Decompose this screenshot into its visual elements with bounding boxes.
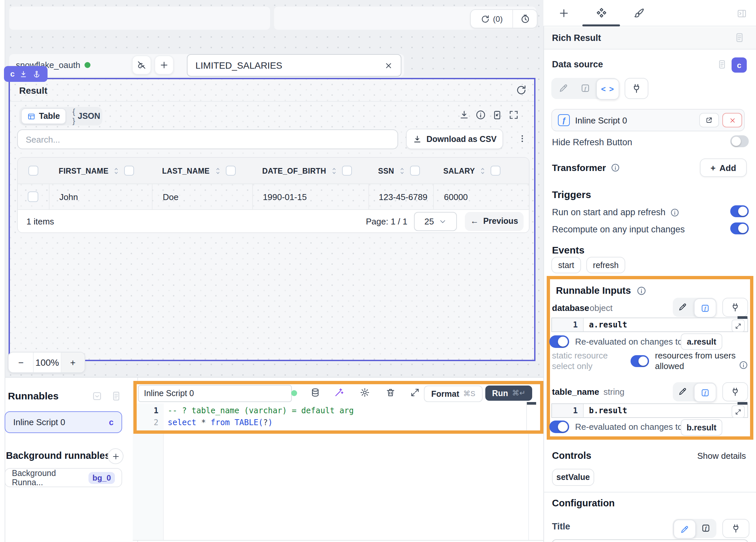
run-on-start-toggle[interactable] [730,205,749,217]
connect-input-button[interactable] [722,298,748,317]
expand-editor-icon[interactable] [410,388,420,397]
database-reeval-toggle[interactable] [549,335,569,348]
info-icon[interactable] [475,110,486,120]
download-icon[interactable] [459,110,469,120]
history-button[interactable] [513,10,537,28]
static-mode-icon[interactable] [678,387,687,396]
copy-result-icon[interactable] [492,110,502,120]
eval-mode-button-active[interactable]: f [694,298,716,318]
recompute-toggle[interactable] [730,222,749,234]
static-mode-button-active[interactable] [673,520,696,539]
title-input-partial[interactable] [552,539,748,542]
column-toggle[interactable] [124,166,134,176]
add-transformer-button[interactable]: + Add [700,158,747,177]
result-refresh-icon[interactable] [516,85,527,96]
format-button[interactable]: Format ⌘S [424,386,483,402]
page-size-select[interactable]: 25 [414,212,457,231]
styling-tab-icon[interactable] [633,7,645,19]
column-header-first-name[interactable]: FIRST_NAME [59,167,109,175]
table-search-input[interactable]: Search... [17,129,398,149]
cell-date-of-birth[interactable]: 1990-01-15 [252,184,368,209]
static-mode-icon[interactable] [559,83,568,93]
settings-tab-icon[interactable] [596,7,607,19]
refresh-count-button[interactable]: (0) [471,10,513,28]
database-icon[interactable] [310,388,320,397]
column-header-salary[interactable]: SALARY [443,167,475,175]
clear-input-icon[interactable] [384,61,393,70]
database-expression-editor[interactable]: 1 a.result [551,318,748,332]
settings-gear-icon[interactable] [360,388,370,397]
remove-script-button[interactable] [722,113,742,127]
open-script-button[interactable] [699,113,719,127]
table-name-expression-editor[interactable]: 1 b.result [551,403,748,418]
insert-component-tab-icon[interactable] [558,7,570,19]
selected-component-toolbar[interactable]: c [4,66,48,82]
cell-ssn[interactable]: 123-45-6789 [368,184,433,209]
tab-json[interactable]: { } JSON [68,107,104,125]
download-csv-button[interactable]: Download as CSV [406,129,503,149]
sort-icon[interactable] [214,167,222,175]
connect-input-button[interactable] [722,382,748,401]
table-name-reeval-toggle[interactable] [549,421,569,433]
sort-icon[interactable] [479,167,487,175]
fullscreen-icon[interactable] [508,110,519,120]
cell-first-name[interactable]: John [49,184,152,209]
table-row[interactable]: John Doe 1990-01-15 123-45-6789 60000 [18,184,529,210]
code-line-1[interactable]: -- ? table_name (varchar) = default arg [168,406,354,415]
event-chip-start[interactable]: start [551,257,581,273]
table-name-input[interactable]: LIMITED_SALARIES [187,54,401,77]
script-name-input[interactable]: Inline Script 0 [138,385,292,402]
zoom-in-button[interactable]: + [60,353,85,372]
info-icon[interactable] [610,163,620,172]
rich-result-component[interactable]: Result Table { } JSON Search... [9,78,535,361]
cell-salary[interactable]: 60000 [433,184,529,209]
add-background-runnable-button[interactable] [108,448,123,464]
resources-from-users-toggle[interactable] [631,355,649,367]
table-menu-icon[interactable] [518,131,527,146]
column-header-last-name[interactable]: LAST_NAME [162,167,210,175]
sort-icon[interactable] [113,167,120,175]
cell-last-name[interactable]: Doe [152,184,252,209]
zoom-out-button[interactable]: − [9,353,34,372]
app-canvas[interactable]: (0) snowflake_oauth LIMITED_SALARIES c [5,0,543,377]
table-name-reeval-target-chip[interactable]: b.result [681,419,722,436]
expand-down-icon[interactable] [19,70,28,78]
column-toggle[interactable] [225,166,235,176]
anchor-icon[interactable] [33,70,41,78]
sort-icon[interactable] [398,167,406,175]
runnable-item-inline-script-0[interactable]: Inline Script 0 c [5,411,122,433]
expand-expression-button[interactable] [732,405,745,418]
column-toggle[interactable] [491,166,501,176]
add-component-button[interactable] [155,55,174,75]
editor-scrollbar-thumb[interactable] [527,402,536,405]
previous-page-button[interactable]: ← Previous [465,212,524,231]
background-runnable-item[interactable]: Background Runna... bg_0 [5,468,122,487]
column-toggle[interactable] [342,166,352,176]
sort-icon[interactable] [330,167,338,175]
delete-script-icon[interactable] [386,388,395,397]
static-mode-icon[interactable] [678,302,687,312]
ai-wand-icon[interactable] [334,388,344,397]
canvas-placeholder-component-1[interactable] [9,7,270,30]
select-all-checkbox[interactable] [28,166,38,176]
tab-table[interactable]: Table [21,108,66,124]
expand-expression-button[interactable] [732,320,745,332]
connect-input-button[interactable] [722,519,749,538]
code-mode-button-active[interactable]: < > [596,79,619,100]
eval-mode-icon[interactable]: f [701,524,710,533]
column-toggle[interactable] [410,166,420,176]
connect-input-button[interactable] [625,78,648,99]
runnables-list-icon[interactable] [111,391,121,401]
column-header-ssn[interactable]: SSN [378,167,394,175]
show-details-link[interactable]: Show details [697,451,746,461]
database-reeval-target-chip[interactable]: a.result [681,333,722,350]
eval-mode-icon[interactable]: f [580,83,590,93]
event-chip-refresh[interactable]: refresh [586,257,625,273]
hide-refresh-toggle[interactable] [730,135,749,147]
unlink-button[interactable] [132,55,151,75]
info-icon[interactable] [670,208,679,217]
run-button[interactable]: Run ⌘↵ [485,386,532,401]
eval-mode-button-active[interactable]: f [694,383,716,402]
column-header-date-of-birth[interactable]: DATE_OF_BIRTH [262,167,326,175]
doc-icon[interactable] [734,32,745,43]
